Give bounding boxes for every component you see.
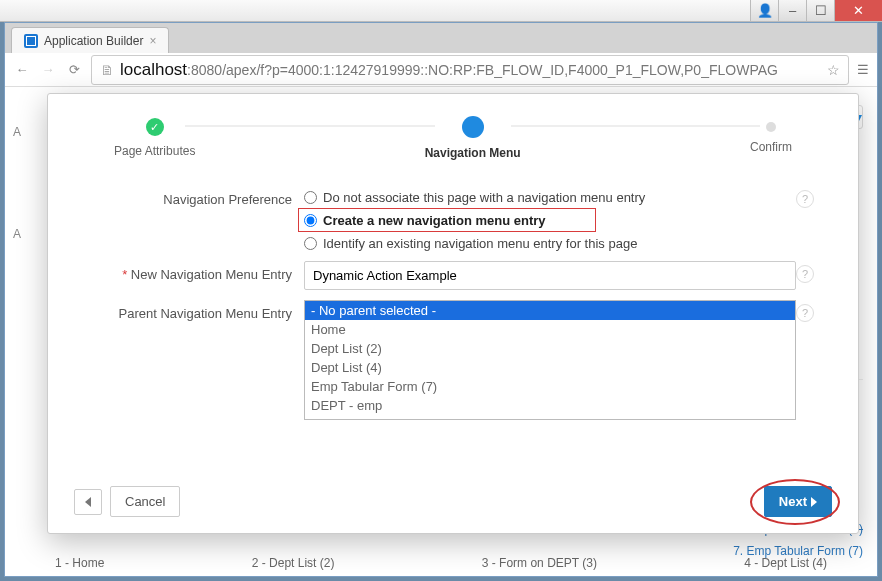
wizard-step-navigation-menu[interactable]: Navigation Menu bbox=[425, 116, 521, 160]
browser-menu-icon[interactable]: ☰ bbox=[857, 62, 869, 77]
dot-icon bbox=[462, 116, 484, 138]
parent-entry-listbox[interactable]: - No parent selected - Home Dept List (2… bbox=[304, 300, 796, 420]
page-content: A A 👤▾ ▶ › › e 1 6. Emp Tabular Form (6)… bbox=[5, 87, 877, 576]
wizard-step-label: Navigation Menu bbox=[425, 146, 521, 160]
url-field[interactable]: 🗎 localhost :8080/apex/f?p=4000:1:124279… bbox=[91, 55, 849, 85]
browser-window: Application Builder × ← → ⟳ 🗎 localhost … bbox=[4, 22, 878, 577]
list-option[interactable]: Dept List (2) bbox=[305, 339, 795, 358]
radio-input[interactable] bbox=[304, 191, 317, 204]
chevron-left-icon bbox=[85, 497, 91, 507]
radio-label: Identify an existing navigation menu ent… bbox=[323, 236, 637, 251]
parent-entry-label: Parent Navigation Menu Entry bbox=[74, 300, 304, 321]
radio-label: Create a new navigation menu entry bbox=[323, 213, 546, 228]
radio-input[interactable] bbox=[304, 237, 317, 250]
os-close-button[interactable]: ✕ bbox=[834, 0, 882, 21]
reload-icon[interactable]: ⟳ bbox=[65, 62, 83, 77]
back-button[interactable] bbox=[74, 489, 102, 515]
bg-label-left: A bbox=[13, 125, 21, 139]
new-entry-label: New Navigation Menu Entry bbox=[74, 261, 304, 282]
bg-footer-link[interactable]: 4 - Dept List (4) bbox=[744, 556, 827, 570]
radio-label: Do not associate this page with a naviga… bbox=[323, 190, 645, 205]
os-user-icon[interactable]: 👤 bbox=[750, 0, 778, 21]
list-option[interactable]: DEPT - emp bbox=[305, 396, 795, 415]
list-option[interactable]: DEPT bbox=[305, 415, 795, 420]
help-icon[interactable]: ? bbox=[796, 304, 814, 322]
next-button-label: Next bbox=[779, 494, 807, 509]
bg-label-left-2: A bbox=[13, 227, 21, 241]
radio-create-new[interactable]: Create a new navigation menu entry bbox=[304, 213, 796, 228]
wizard-steps: Page Attributes Navigation Menu Confirm bbox=[74, 116, 832, 160]
wizard-step-label: Page Attributes bbox=[114, 144, 195, 158]
wizard-step-page-attributes[interactable]: Page Attributes bbox=[114, 118, 195, 158]
os-maximize-button[interactable]: ☐ bbox=[806, 0, 834, 21]
wizard-connector bbox=[185, 125, 434, 127]
radio-input[interactable] bbox=[304, 214, 317, 227]
wizard-step-label: Confirm bbox=[750, 140, 792, 154]
new-entry-input[interactable] bbox=[304, 261, 796, 290]
bg-footer-link[interactable]: 3 - Form on DEPT (3) bbox=[482, 556, 597, 570]
help-icon[interactable]: ? bbox=[796, 265, 814, 283]
cancel-button[interactable]: Cancel bbox=[110, 486, 180, 517]
nav-pref-label: Navigation Preference bbox=[74, 186, 304, 207]
wizard-connector bbox=[511, 125, 760, 127]
bookmark-icon[interactable]: ☆ bbox=[827, 62, 840, 78]
favicon-icon bbox=[24, 34, 38, 48]
help-icon[interactable]: ? bbox=[796, 190, 814, 208]
browser-tab[interactable]: Application Builder × bbox=[11, 27, 169, 53]
bg-footer-link[interactable]: 2 - Dept List (2) bbox=[252, 556, 335, 570]
back-icon[interactable]: ← bbox=[13, 62, 31, 77]
check-icon bbox=[146, 118, 164, 136]
radio-identify-existing[interactable]: Identify an existing navigation menu ent… bbox=[304, 236, 796, 251]
chevron-right-icon bbox=[811, 497, 817, 507]
wizard-form: Navigation Preference Do not associate t… bbox=[74, 186, 832, 420]
nav-pref-radios: Do not associate this page with a naviga… bbox=[304, 186, 796, 251]
url-path: :8080/apex/f?p=4000:1:12427919999::NO:RP… bbox=[187, 62, 778, 78]
address-bar: ← → ⟳ 🗎 localhost :8080/apex/f?p=4000:1:… bbox=[5, 53, 877, 87]
radio-no-associate[interactable]: Do not associate this page with a naviga… bbox=[304, 190, 796, 205]
os-minimize-button[interactable]: – bbox=[778, 0, 806, 21]
tab-title: Application Builder bbox=[44, 34, 143, 48]
bg-footer-links: 1 - Home 2 - Dept List (2) 3 - Form on D… bbox=[55, 556, 827, 570]
tabstrip: Application Builder × bbox=[5, 23, 877, 53]
next-button[interactable]: Next bbox=[764, 486, 832, 517]
forward-icon[interactable]: → bbox=[39, 62, 57, 77]
url-host: localhost bbox=[120, 60, 187, 80]
dialog-footer: Cancel Next bbox=[74, 474, 832, 517]
bg-footer-link[interactable]: 1 - Home bbox=[55, 556, 104, 570]
list-option[interactable]: Emp Tabular Form (7) bbox=[305, 377, 795, 396]
tab-close-icon[interactable]: × bbox=[149, 34, 156, 48]
wizard-step-confirm[interactable]: Confirm bbox=[750, 122, 792, 154]
list-option[interactable]: - No parent selected - bbox=[305, 301, 795, 320]
page-icon: 🗎 bbox=[100, 62, 114, 78]
list-option[interactable]: Home bbox=[305, 320, 795, 339]
list-option[interactable]: Dept List (4) bbox=[305, 358, 795, 377]
wizard-dialog: Page Attributes Navigation Menu Confirm … bbox=[47, 93, 859, 534]
dot-icon bbox=[766, 122, 776, 132]
